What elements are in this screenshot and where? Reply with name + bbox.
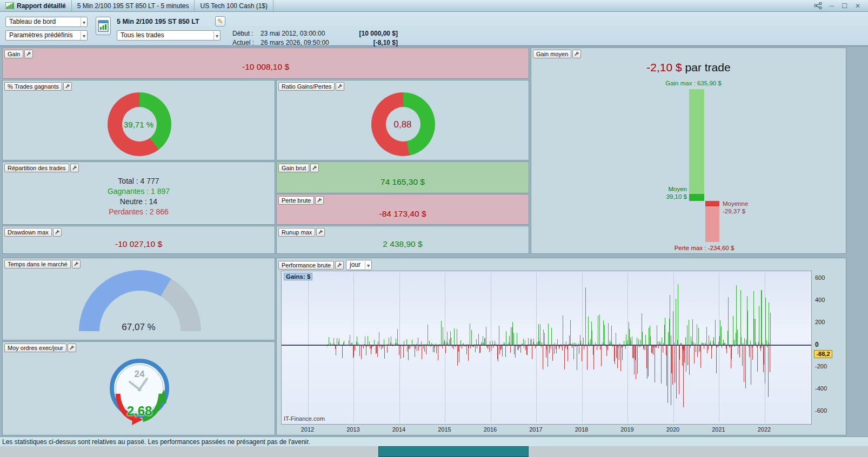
background-strip [0, 446, 868, 457]
drawdown-panel: Drawdown max -10 027,10 $ [2, 226, 275, 254]
current-datetime: 26 mars 2026, 09:50:00 [261, 38, 346, 48]
x-tick-label: 2016 [478, 426, 502, 433]
row-label: Gagnantes : [108, 187, 149, 196]
wrench-icon [337, 263, 342, 268]
tab-strategy[interactable]: 5 Min 2/100 195 ST 850 LT - 5 minutes [72, 0, 195, 11]
perte-brute-settings-button[interactable] [315, 196, 324, 205]
moyen-label: Moyen 39,10 $ [618, 185, 687, 200]
current-label: Actuel : [232, 38, 261, 48]
tab-label: Rapport détaillé [17, 2, 66, 10]
gain-brut-header: Gain brut [278, 164, 319, 172]
moyenne-label-line1: Moyenne [723, 200, 787, 207]
wrench-icon [317, 198, 322, 203]
avg-orders-panel: Moy ordres exec/jour 24 2,68 [2, 341, 275, 435]
repartition-rows: Total : 4 777 Gagnantes : 1 897 Neutre :… [3, 176, 275, 217]
moyenne-label: Moyenne -29,37 $ [723, 200, 787, 215]
clock-24h-icon: 24 [102, 355, 177, 431]
gain-max-bar [689, 89, 704, 201]
moyenne-label-line2: -29,37 $ [723, 207, 787, 215]
perte-brute-header: Perte brute [278, 196, 324, 205]
report-icon-button[interactable] [96, 17, 111, 35]
gain-value: -10 008,10 $ [3, 62, 529, 72]
minimize-icon[interactable]: ─ [830, 3, 834, 9]
perte-moyenne-segment [705, 201, 719, 206]
share-icon[interactable] [814, 2, 822, 9]
start-label: Début : [232, 29, 261, 38]
maximize-icon[interactable]: ☐ [842, 3, 847, 9]
runup-panel: Runup max 2 438,90 $ [276, 226, 529, 254]
perte-brute-value: -84 173,40 $ [277, 209, 529, 219]
gain-moyen-value-line: -2,10 $ par trade [531, 61, 846, 74]
strategy-name: 5 Min 2/100 195 ST 850 LT [117, 18, 199, 25]
moyen-label-line2: 39,10 $ [618, 193, 687, 200]
row-value: 4 777 [141, 177, 159, 185]
gain-brut-value: 74 165,30 $ [277, 177, 529, 187]
perte-brute-title: Perte brute [278, 196, 314, 205]
y-tick-label: 400 [815, 297, 834, 303]
drawdown-settings-button[interactable] [53, 228, 62, 237]
perte-brute-panel: Perte brute -84 173,40 $ [276, 194, 529, 225]
current-row: Actuel : 26 mars 2026, 09:50:00 [-8,10 $… [232, 38, 398, 48]
date-range-block: Début : 23 mai 2012, 03:00:00 [10 000,00… [232, 29, 398, 48]
performance-settings-button[interactable] [335, 261, 344, 270]
row-value: 2 866 [150, 207, 169, 216]
performance-bars-svg [282, 271, 811, 424]
repartition-settings-button[interactable] [70, 164, 79, 172]
x-tick-label: 2018 [570, 426, 593, 433]
tab-instrument[interactable]: US Tech 100 Cash (1$) [195, 0, 273, 11]
wrench-icon [74, 261, 79, 267]
ratio-panel: Ratio Gains/Pertes 0,88 [276, 80, 529, 160]
repartition-row-neutre: Neutre : 14 [3, 197, 275, 207]
edit-strategy-button[interactable]: ✎ [215, 16, 225, 26]
wrench-icon [26, 51, 31, 57]
time-in-market-panel: Temps dans le marché 67,07 % [2, 258, 275, 340]
pencil-icon: ✎ [217, 17, 223, 25]
performance-panel: Performance brute jour Gains: $ IT-Finan… [276, 258, 846, 435]
start-datetime: 23 mai 2012, 03:00:00 [261, 29, 346, 38]
preset-select[interactable]: Paramètres prédéfinis [5, 30, 88, 41]
start-row: Début : 23 mai 2012, 03:00:00 [10 000,00… [232, 29, 398, 38]
gain-moyen-settings-button[interactable] [572, 50, 581, 58]
time-in-market-value: 67,07 % [3, 322, 275, 333]
gain-panel: Gain -10 008,10 $ [2, 48, 529, 79]
x-tick-label: 2020 [661, 426, 685, 433]
win-rate-title: % Trades gagnants [4, 82, 62, 91]
x-tick-label: 2021 [707, 426, 731, 433]
time-in-market-title: Temps dans le marché [4, 260, 71, 268]
x-tick-label: 2017 [524, 426, 548, 433]
perte-max-bar [705, 201, 719, 242]
drawdown-title: Drawdown max [4, 228, 52, 237]
ratio-settings-button[interactable] [336, 82, 344, 91]
runup-header: Runup max [278, 228, 325, 237]
gain-brut-settings-button[interactable] [310, 164, 319, 172]
avg-orders-settings-button[interactable] [68, 344, 76, 352]
runup-title: Runup max [278, 228, 315, 237]
win-rate-panel: % Trades gagnants 39,71 % [2, 80, 275, 160]
win-rate-value: 39,71 % [3, 120, 275, 129]
wrench-icon [72, 165, 77, 171]
trades-filter-select[interactable]: Tous les trades [117, 30, 221, 41]
perte-max-label: Perte max : -234,60 $ [645, 245, 764, 251]
drawdown-header: Drawdown max [4, 228, 62, 237]
period-select[interactable]: jour [346, 260, 372, 270]
performance-header: Performance brute jour [278, 260, 371, 270]
x-tick-label: 2012 [296, 426, 319, 433]
gain-settings-button[interactable] [24, 50, 33, 58]
x-tick-label: 2013 [342, 426, 365, 433]
ratio-value: 0,88 [277, 119, 529, 130]
view-select[interactable]: Tableau de bord [5, 17, 88, 27]
runup-settings-button[interactable] [316, 228, 325, 237]
x-tick-label: 2022 [752, 426, 776, 433]
tab-rapport-detaille[interactable]: Rapport détaillé [0, 0, 72, 11]
close-icon[interactable]: ✕ [855, 3, 860, 9]
gain-max-label: Gain max : 635,90 $ [639, 80, 747, 86]
win-rate-settings-button[interactable] [63, 82, 72, 91]
repartition-row-gagnantes: Gagnantes : 1 897 [3, 186, 275, 197]
time-in-market-settings-button[interactable] [72, 260, 81, 268]
repartition-header: Répartition des trades [4, 164, 79, 172]
gain-brut-title: Gain brut [278, 164, 309, 172]
gain-moyen-title: Gain moyen [533, 50, 571, 58]
wrench-icon [337, 84, 343, 89]
gain-moyen-suffix: par trade [682, 61, 731, 73]
row-value: 1 897 [151, 187, 170, 196]
